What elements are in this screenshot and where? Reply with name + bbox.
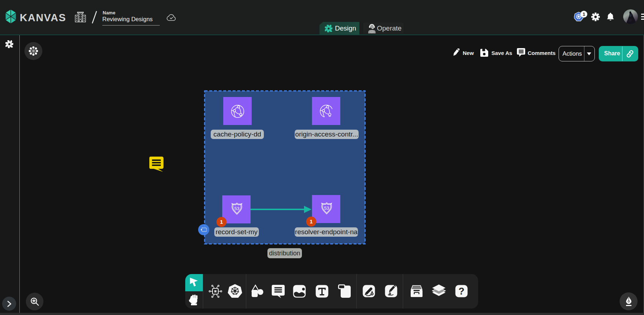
svg-text:53: 53 — [324, 206, 329, 211]
svg-text:?: ? — [458, 286, 465, 297]
svg-text:53: 53 — [234, 206, 239, 211]
